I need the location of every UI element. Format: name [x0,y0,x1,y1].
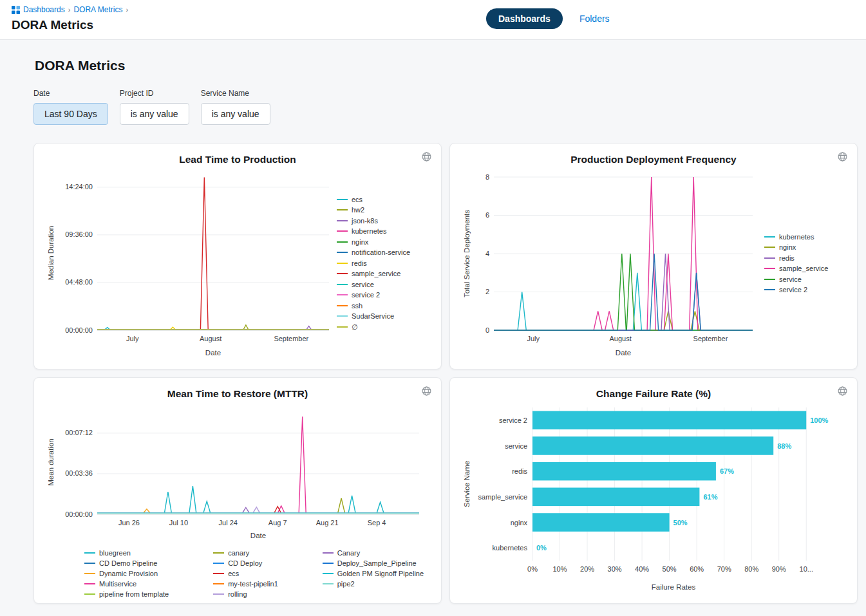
project-id-filter-button[interactable]: is any value [120,103,189,125]
chart-title: Production Deployment Frequency [460,153,847,167]
legend-item[interactable]: ssh [337,302,410,310]
legend-item[interactable]: service [764,275,828,283]
svg-text:Service Name: Service Name [463,461,471,507]
legend-swatch [213,583,224,584]
legend-item[interactable]: bluegreen [84,549,176,557]
filter-date: Date Last 90 Days [33,89,108,125]
legend-item[interactable]: sample_service [764,265,828,272]
legend-swatch [323,583,334,584]
globe-icon[interactable] [837,386,848,397]
card-mean-time-to-restore: Mean Time to Restore (MTTR) 00:00:0000:0… [33,377,442,604]
legend-item[interactable]: canary [213,549,285,557]
legend-label: Dynamic Provision [99,570,158,577]
svg-text:6: 6 [485,211,489,219]
legend-item[interactable]: nginx [337,238,410,246]
legend-item[interactable]: ecs [213,570,285,577]
legend-label: ecs [352,196,362,203]
legend-item[interactable]: hw2 [337,206,410,214]
legend-swatch [337,315,348,317]
legend-item[interactable]: redis [337,259,410,267]
svg-text:00:00:00: 00:00:00 [65,510,93,518]
legend-item[interactable]: pipe2 [323,580,431,588]
legend-item[interactable]: kubernetes [337,227,410,235]
legend-item[interactable]: service [337,281,410,288]
legend-swatch [323,552,334,554]
legend-label: rolling [228,590,247,598]
legend-item[interactable]: Canary [323,549,431,557]
tab-dashboards[interactable]: Dashboards [486,8,563,29]
legend-swatch [337,199,348,200]
legend-swatch [337,230,348,232]
legend-item[interactable]: Deploy_Sample_Pipeline [323,559,431,567]
legend-swatch [323,563,334,564]
filter-project-id: Project ID is any value [120,89,189,125]
service-name-filter-button[interactable]: is any value [201,103,270,125]
legend-swatch [764,236,775,238]
deployment-frequency-chart-legend: kubernetesnginxredissample_serviceservic… [764,233,828,294]
header-nav: Dashboards Folders [486,8,610,29]
legend-swatch [84,583,95,584]
legend-item[interactable]: CD Demo Pipeline [84,559,176,567]
date-filter-button[interactable]: Last 90 Days [33,103,108,125]
svg-text:0%: 0% [536,544,547,552]
svg-text:Jul 10: Jul 10 [169,519,188,527]
legend-item[interactable]: CD Deploy [213,559,285,567]
legend-label: canary [228,549,249,557]
legend-swatch [337,220,348,221]
legend-item[interactable]: ecs [337,196,410,203]
lead-time-chart-plot[interactable]: 00:00:0004:48:0009:36:0014:24:00JulyAugu… [44,167,334,360]
filter-label: Service Name [201,89,270,98]
legend-label: Canary [337,549,360,557]
legend-item[interactable]: SudarService [337,312,410,320]
legend-item[interactable]: rolling [213,590,285,598]
legend-item[interactable]: kubernetes [764,233,828,241]
change-failure-rate-chart-plot[interactable]: 0%10%20%30%40%50%60%70%80%90%10...servic… [460,401,847,594]
legend-label: pipe2 [337,580,355,588]
legend-label: sample_service [779,265,828,272]
svg-text:September: September [274,335,308,342]
legend-item[interactable]: json-k8s [337,217,410,225]
filter-service-name: Service Name is any value [201,89,270,125]
svg-text:Aug 7: Aug 7 [268,519,287,527]
deployment-frequency-chart-plot[interactable]: 02468JulyAugustSeptemberDateTotal Servic… [460,167,762,360]
legend-swatch [337,294,348,295]
breadcrumb-link-dora-metrics[interactable]: DORA Metrics [73,5,122,14]
svg-text:50%: 50% [663,565,677,573]
globe-icon[interactable] [421,151,432,162]
legend-item[interactable]: ∅ [337,323,410,331]
legend-item[interactable]: sample_service [337,270,410,277]
legend-swatch [337,273,348,274]
svg-text:July: July [527,335,540,342]
svg-text:August: August [200,335,221,342]
legend-label: service [352,281,374,288]
legend-item[interactable]: redis [764,254,828,262]
breadcrumb-separator: › [68,6,71,14]
globe-icon[interactable] [837,151,848,162]
svg-text:service: service [505,442,527,450]
legend-item[interactable]: Golden PM Signoff Pipeline [323,570,431,577]
legend-swatch [764,289,775,290]
legend-item[interactable]: service 2 [337,291,410,299]
legend-swatch [337,209,348,210]
legend-label: service [779,275,802,283]
legend-item[interactable]: pipeline from template [84,590,176,598]
legend-item[interactable]: service 2 [764,286,828,294]
legend-label: service 2 [352,291,380,299]
legend-label: CD Deploy [228,559,262,567]
tab-folders[interactable]: Folders [579,14,610,24]
legend-label: nginx [352,238,368,246]
globe-icon[interactable] [421,386,432,397]
legend-item[interactable]: nginx [764,243,828,251]
legend-item[interactable]: notification-service [337,248,410,256]
legend-item[interactable]: Multiservice [84,580,176,588]
dashboards-grid-icon [12,6,20,14]
legend-item[interactable]: Dynamic Provision [84,570,176,577]
legend-item[interactable]: my-test-pipelin1 [213,580,285,588]
svg-text:10%: 10% [553,565,567,573]
mttr-chart-plot[interactable]: 00:00:0000:03:3600:07:12Jun 26Jul 10Jul … [44,401,431,543]
breadcrumb-link-dashboards[interactable]: Dashboards [23,5,65,14]
legend-label: redis [352,259,367,267]
legend-swatch [84,552,95,554]
legend-swatch [84,563,95,564]
card-lead-time-to-production: Lead Time to Production 00:00:0004:48:00… [33,143,442,369]
